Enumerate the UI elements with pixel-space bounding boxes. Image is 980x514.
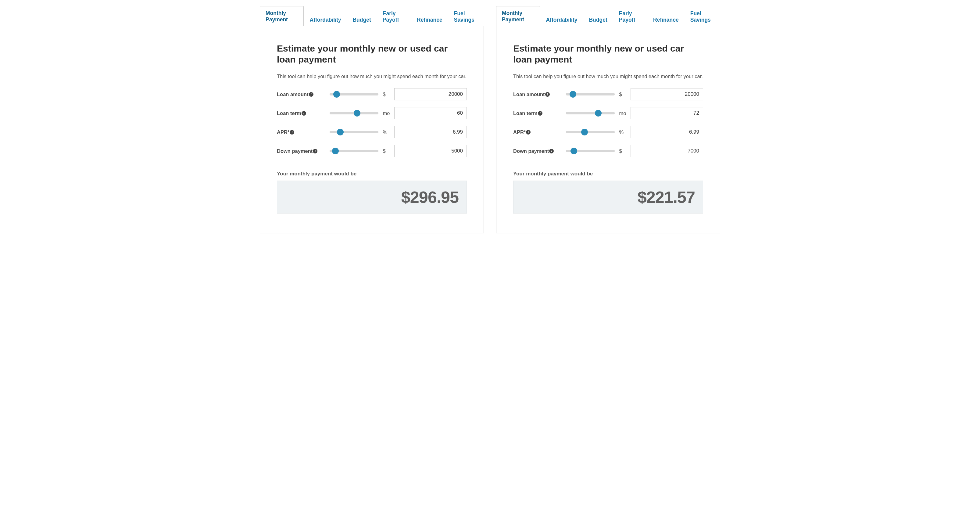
page-subtitle: This tool can help you figure out how mu… [513, 73, 703, 80]
page-title: Estimate your monthly new or used car lo… [277, 43, 467, 65]
result-box: $296.95 [277, 181, 467, 213]
slider-wrap [329, 93, 381, 95]
slider-thumb[interactable] [595, 110, 601, 116]
tab-budget[interactable]: Budget [347, 13, 377, 26]
field-row: APR*i% [513, 126, 703, 138]
slider-track[interactable] [566, 112, 615, 115]
field-row: Down paymenti$ [513, 145, 703, 157]
field-input[interactable] [394, 88, 467, 100]
tab-affordability[interactable]: Affordability [540, 13, 583, 26]
slider-wrap [566, 150, 617, 152]
field-input[interactable] [394, 145, 467, 157]
info-icon[interactable]: i [313, 149, 317, 153]
tab-monthly-payment[interactable]: Monthly Payment [260, 6, 304, 26]
slider-track[interactable] [566, 150, 615, 152]
slider-thumb[interactable] [581, 129, 588, 135]
tab-monthly-payment[interactable]: Monthly Payment [496, 6, 540, 26]
field-label: Loan amounti [513, 92, 566, 97]
field-input[interactable] [630, 107, 703, 119]
field-unit: $ [381, 92, 394, 97]
field-label-text: Loan amount [513, 92, 545, 97]
slider-thumb[interactable] [354, 110, 360, 116]
field-row: Loan termimo [277, 107, 467, 119]
field-label-text: Loan term [277, 110, 301, 116]
info-icon[interactable]: i [545, 92, 550, 97]
slider-track[interactable] [329, 93, 379, 95]
result-box: $221.57 [513, 181, 703, 213]
field-unit: % [381, 129, 394, 135]
info-icon[interactable]: i [538, 111, 542, 116]
info-icon[interactable]: i [309, 92, 313, 97]
slider-track[interactable] [329, 131, 379, 133]
calculator-card: Estimate your monthly new or used car lo… [260, 26, 484, 233]
slider-thumb[interactable] [333, 91, 340, 98]
info-icon[interactable]: i [290, 130, 294, 135]
slider-thumb[interactable] [571, 148, 577, 154]
field-label-text: APR* [513, 129, 526, 135]
slider-track[interactable] [329, 150, 379, 152]
field-label-text: Down payment [277, 148, 313, 154]
field-input[interactable] [630, 145, 703, 157]
slider-wrap [566, 93, 617, 95]
page-title: Estimate your monthly new or used car lo… [513, 43, 703, 65]
info-icon[interactable]: i [526, 130, 531, 135]
result-value: $296.95 [285, 188, 458, 207]
field-row: Loan termimo [513, 107, 703, 119]
result-value: $221.57 [522, 188, 695, 207]
field-label: Down paymenti [513, 148, 566, 154]
slider-track[interactable] [566, 131, 615, 133]
slider-wrap [329, 150, 381, 152]
result-label: Your monthly payment would be [277, 171, 467, 177]
info-icon[interactable]: i [302, 111, 306, 116]
calculator-card: Estimate your monthly new or used car lo… [496, 26, 720, 233]
tabs-bar: Monthly PaymentAffordabilityBudgetEarly … [260, 6, 484, 26]
field-label: APR*i [277, 129, 329, 135]
tab-refinance[interactable]: Refinance [411, 13, 448, 26]
field-label: Down paymenti [277, 148, 329, 154]
slider-thumb[interactable] [570, 91, 576, 98]
slider-wrap [566, 112, 617, 115]
field-input[interactable] [394, 107, 467, 119]
field-label-text: APR* [277, 129, 290, 135]
field-unit: % [617, 129, 630, 135]
field-input[interactable] [394, 126, 467, 138]
slider-track[interactable] [329, 112, 379, 115]
slider-track[interactable] [566, 93, 615, 95]
tab-early-payoff[interactable]: Early Payoff [613, 6, 648, 26]
field-input[interactable] [630, 126, 703, 138]
slider-wrap [329, 112, 381, 115]
field-unit: mo [381, 110, 394, 116]
slider-wrap [566, 131, 617, 133]
field-row: APR*i% [277, 126, 467, 138]
info-icon[interactable]: i [549, 149, 554, 153]
tab-early-payoff[interactable]: Early Payoff [377, 6, 411, 26]
field-row: Loan amounti$ [277, 88, 467, 100]
result-label: Your monthly payment would be [513, 171, 703, 177]
field-unit: $ [381, 148, 394, 154]
tab-budget[interactable]: Budget [583, 13, 613, 26]
tab-fuel-savings[interactable]: Fuel Savings [448, 6, 484, 26]
calculator-panel: Monthly PaymentAffordabilityBudgetEarly … [496, 6, 720, 233]
tab-refinance[interactable]: Refinance [648, 13, 684, 26]
field-unit: $ [617, 92, 630, 97]
field-label: Loan termi [513, 110, 566, 116]
tab-fuel-savings[interactable]: Fuel Savings [684, 6, 720, 26]
field-input[interactable] [630, 88, 703, 100]
tabs-bar: Monthly PaymentAffordabilityBudgetEarly … [496, 6, 720, 26]
field-label-text: Loan term [513, 110, 538, 116]
slider-thumb[interactable] [332, 148, 339, 154]
tab-affordability[interactable]: Affordability [304, 13, 347, 26]
slider-thumb[interactable] [337, 129, 344, 135]
field-row: Loan amounti$ [513, 88, 703, 100]
field-label: Loan termi [277, 110, 329, 116]
page-subtitle: This tool can help you figure out how mu… [277, 73, 467, 80]
field-row: Down paymenti$ [277, 145, 467, 157]
field-label: APR*i [513, 129, 566, 135]
field-label: Loan amounti [277, 92, 329, 97]
field-unit: mo [617, 110, 630, 116]
field-label-text: Down payment [513, 148, 549, 154]
field-label-text: Loan amount [277, 92, 309, 97]
field-unit: $ [617, 148, 630, 154]
calculator-panel: Monthly PaymentAffordabilityBudgetEarly … [260, 6, 484, 233]
slider-wrap [329, 131, 381, 133]
